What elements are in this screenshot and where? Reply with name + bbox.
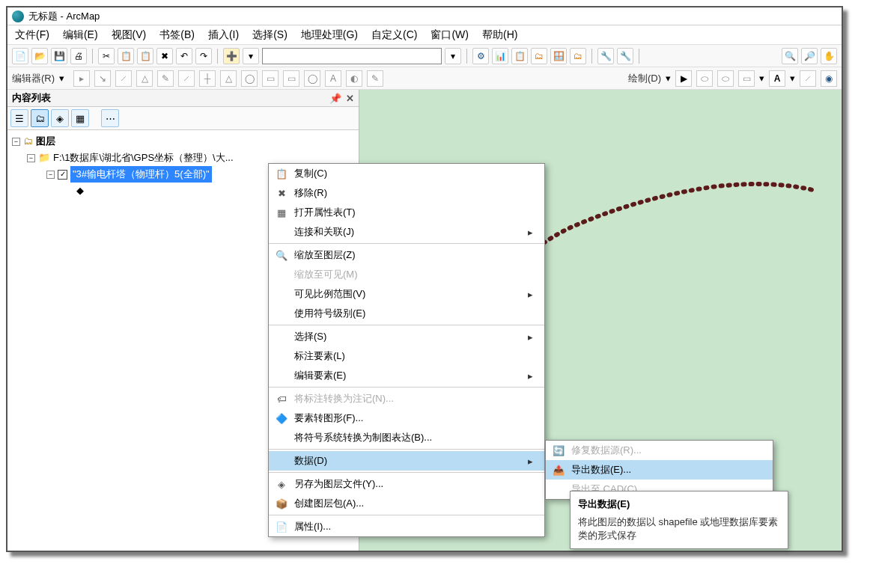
menu-help[interactable]: 帮助(H)	[482, 28, 517, 42]
menu-geoprocessing[interactable]: 地理处理(G)	[301, 28, 358, 42]
edit-tool[interactable]: ✎	[367, 70, 383, 87]
edit-tool[interactable]: ◯	[241, 70, 258, 87]
layer-name-selected[interactable]: "3#输电杆塔（物理杆）5(全部)"	[70, 166, 212, 183]
undo-button[interactable]: ↶	[176, 48, 192, 64]
separator	[217, 49, 218, 64]
collapse-icon[interactable]: −	[27, 154, 35, 162]
draw-rect-tool[interactable]: ▭	[738, 70, 755, 87]
menu-save-as-layer-file[interactable]: ◈另存为图层文件(Y)...	[269, 474, 544, 494]
edit-tool[interactable]: ┼	[199, 70, 216, 87]
close-icon[interactable]: ✕	[346, 93, 354, 104]
diamond-icon: ◈	[269, 479, 294, 490]
menu-remove[interactable]: ✖移除(R)	[269, 183, 544, 203]
pan-button[interactable]: ✋	[821, 48, 837, 64]
python-button[interactable]: 🗂	[570, 48, 586, 64]
edit-tool[interactable]: ▭	[283, 70, 299, 87]
draw-tool[interactable]: ◉	[821, 70, 837, 87]
list-by-drawing-order-tab[interactable]: ☰	[10, 109, 28, 127]
dropdown-arrow[interactable]: ▾	[445, 48, 461, 64]
new-button[interactable]: 📄	[12, 48, 28, 64]
copy-button[interactable]: 📋	[118, 48, 134, 64]
menu-edit-features[interactable]: 编辑要素(E)▸	[269, 366, 544, 385]
menu-label-features[interactable]: 标注要素(L)	[269, 346, 544, 366]
edit-tool[interactable]: ▸	[73, 70, 90, 87]
print-button[interactable]: 🖨	[70, 48, 87, 64]
dropdown-arrow[interactable]: ▾	[790, 73, 795, 84]
menu-windows[interactable]: 窗口(W)	[431, 28, 469, 42]
menu-zoom-to-layer[interactable]: 🔍缩放至图层(Z)	[269, 245, 544, 265]
layer-checkbox[interactable]: ✓	[58, 170, 67, 180]
zoom-out-button[interactable]: 🔎	[801, 48, 818, 64]
redo-button[interactable]: ↷	[195, 48, 212, 64]
collapse-icon[interactable]: −	[12, 138, 20, 146]
modelbuilder-button[interactable]: 🔧	[597, 48, 614, 64]
dropdown-arrow[interactable]: ▾	[243, 48, 259, 64]
arctoolbox-button[interactable]: 🪟	[550, 48, 567, 64]
editor-toolbar-button[interactable]: ⚙	[472, 48, 489, 64]
edit-tool[interactable]: ◐	[346, 70, 362, 87]
delete-button[interactable]: ✖	[156, 48, 173, 64]
list-by-visibility-tab[interactable]: ◈	[51, 109, 69, 127]
cut-button[interactable]: ✂	[98, 48, 115, 64]
open-button[interactable]: 📂	[31, 48, 48, 64]
catalog-button[interactable]: 📋	[511, 48, 528, 64]
options-tab[interactable]: ⋯	[101, 109, 119, 127]
edit-tool[interactable]: ◯	[304, 70, 320, 87]
submenu-arrow-icon: ▸	[528, 331, 537, 343]
dropdown-arrow[interactable]: ▾	[59, 73, 64, 84]
menu-view[interactable]: 视图(V)	[112, 28, 147, 42]
menu-use-symbol-levels[interactable]: 使用符号级别(E)	[269, 304, 544, 323]
pin-icon[interactable]: 📌	[329, 93, 341, 104]
remove-icon: ✖	[269, 188, 294, 199]
menu-create-layer-package[interactable]: 📦创建图层包(A)...	[269, 494, 544, 513]
edit-tool[interactable]: ✎	[157, 70, 174, 87]
paste-button[interactable]: 📋	[137, 48, 153, 64]
edit-tool[interactable]: ⟋	[178, 70, 195, 87]
menu-bookmarks[interactable]: 书签(B)	[159, 28, 195, 42]
text-tool[interactable]: A	[769, 70, 785, 87]
edit-tool[interactable]: ↘	[94, 70, 111, 87]
list-by-source-tab[interactable]: 🗂	[31, 109, 49, 127]
dropdown-arrow[interactable]: ▾	[666, 73, 671, 84]
submenu-export-data[interactable]: 📤导出数据(E)...	[546, 460, 773, 480]
menu-selection[interactable]: 选择(S)	[252, 28, 288, 42]
edit-tool[interactable]: A	[325, 70, 341, 87]
zoom-in-button[interactable]: 🔍	[782, 48, 798, 64]
add-data-button[interactable]: ➕	[223, 48, 240, 64]
draw-tool[interactable]: ⬭	[717, 70, 734, 87]
menu-visible-scale-range[interactable]: 可见比例范围(V)▸	[269, 284, 544, 304]
menu-features-to-graphics[interactable]: 🔷要素转图形(F)...	[269, 408, 544, 428]
edit-tool[interactable]: ▭	[262, 70, 279, 87]
menu-file[interactable]: 文件(F)	[15, 28, 49, 42]
menu-insert[interactable]: 插入(I)	[208, 28, 239, 42]
editor-dropdown[interactable]: 编辑器(R)	[12, 72, 55, 85]
menu-edit[interactable]: 编辑(E)	[63, 28, 98, 42]
edit-tool[interactable]: △	[220, 70, 237, 87]
menu-customize[interactable]: 自定义(C)	[371, 28, 417, 42]
menu-selection[interactable]: 选择(S)▸	[269, 327, 544, 346]
results-button[interactable]: 🔧	[617, 48, 633, 64]
collapse-icon[interactable]: −	[46, 171, 55, 179]
menu-joins-relates[interactable]: 连接和关联(J)▸	[269, 222, 544, 242]
menu-open-attribute-table[interactable]: ▦打开属性表(T)	[269, 203, 544, 222]
dropdown-arrow[interactable]: ▾	[759, 73, 764, 84]
convert-icon: 🔷	[269, 413, 294, 424]
draw-tool[interactable]: ⬭	[696, 70, 713, 87]
menu-properties[interactable]: 📄属性(I)...	[269, 517, 544, 536]
tree-root[interactable]: − 🗂 图层	[12, 133, 354, 150]
draw-dropdown[interactable]: 绘制(D)	[628, 72, 661, 85]
draw-tool[interactable]: ⟋	[800, 70, 816, 87]
menu-convert-symbology[interactable]: 将符号系统转换为制图表达(B)...	[269, 428, 544, 447]
tooltip-body: 将此图层的数据以 shapefile 或地理数据库要素类的形式保存	[578, 515, 780, 542]
save-button[interactable]: 💾	[51, 48, 67, 64]
menu-zoom-to-visible: 缩放至可见(M)	[269, 265, 544, 284]
table-icon: ▦	[269, 207, 294, 218]
toc-button[interactable]: 📊	[492, 48, 508, 64]
menu-copy[interactable]: 📋复制(C)	[269, 164, 544, 183]
edit-tool[interactable]: △	[136, 70, 153, 87]
edit-tool[interactable]: ⟋	[115, 70, 132, 87]
list-by-selection-tab[interactable]: ▦	[71, 109, 89, 127]
search-button[interactable]: 🗂	[531, 48, 547, 64]
menu-data[interactable]: 数据(D)▸	[269, 451, 544, 471]
scale-input[interactable]	[262, 48, 442, 64]
